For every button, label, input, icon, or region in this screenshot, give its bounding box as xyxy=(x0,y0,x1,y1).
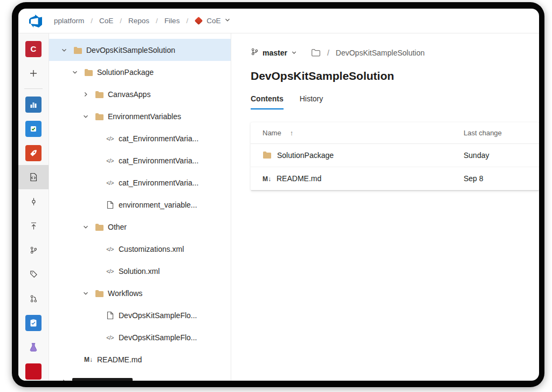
folder-icon xyxy=(71,46,85,54)
tree-item-label: cat_EnvironmentVaria... xyxy=(119,178,198,187)
chevron-down-icon xyxy=(291,49,297,57)
tree-item[interactable]: Other xyxy=(49,216,231,238)
rail-divider xyxy=(24,88,43,89)
tags-icon[interactable] xyxy=(18,262,49,286)
tree-item-label: CanvasApps xyxy=(108,90,150,99)
tree-item-label: README.md xyxy=(97,355,142,364)
code-file-icon: </> xyxy=(103,157,117,164)
file-name[interactable]: README.md xyxy=(277,174,321,183)
tree-item-label: Customizations.xml xyxy=(119,245,184,253)
repo-path-bar: master / DevOpsKitSampleSolution xyxy=(251,47,539,58)
chevron-right-icon[interactable] xyxy=(79,91,92,98)
tree-item-label: EnvironmentVariables xyxy=(108,112,181,121)
tree-item-label: Workflows xyxy=(108,289,142,298)
code-file-icon: </> xyxy=(103,135,117,142)
pushes-icon[interactable] xyxy=(18,214,49,238)
tab-contents[interactable]: Contents xyxy=(251,94,284,109)
code-file-icon: </> xyxy=(103,268,117,274)
chevron-down-icon xyxy=(224,17,231,25)
tree-item-label: cat_EnvironmentVaria... xyxy=(119,134,198,143)
window-frame: pplatform/CoE/Repos/Files/CoE C DevOpsKi… xyxy=(12,2,544,387)
tree-item[interactable]: </>cat_EnvironmentVaria... xyxy=(49,171,231,194)
tree-item[interactable]: EnvironmentVariables xyxy=(49,105,231,127)
code-file-icon: </> xyxy=(103,334,117,341)
breadcrumb-item-repos[interactable]: Repos xyxy=(128,16,149,26)
tab-history[interactable]: History xyxy=(300,94,323,109)
chevron-down-icon[interactable] xyxy=(79,113,92,120)
main-content: master / DevOpsKitSampleSolution DevOpsK… xyxy=(231,33,539,381)
table-header-row: Name↑ Last change xyxy=(251,122,539,144)
last-change-value: Sep 8 xyxy=(464,174,539,183)
tree-item-label: DevOpsKitSampleFlo... xyxy=(119,333,197,342)
tree-item[interactable]: Workflows xyxy=(49,282,231,304)
column-header-last-change[interactable]: Last change xyxy=(464,129,539,137)
chevron-down-icon[interactable] xyxy=(58,47,71,53)
tree-item[interactable]: SolutionPackage xyxy=(49,61,231,83)
branch-selector[interactable]: master xyxy=(251,47,297,58)
folder-icon xyxy=(92,113,106,120)
tree-item[interactable]: </>Customizations.xml xyxy=(49,238,231,260)
folder-icon xyxy=(263,151,272,160)
tree-item-label: Other xyxy=(108,223,127,231)
folder-icon xyxy=(92,91,106,98)
folder-icon xyxy=(92,223,106,231)
last-change-value: Sunday xyxy=(464,151,539,160)
table-body: SolutionPackageSundayM↓README.mdSep 8 xyxy=(251,144,539,190)
overview-icon[interactable] xyxy=(18,92,49,116)
repos-files-icon[interactable] xyxy=(18,165,49,189)
tree-item[interactable]: </>DevOpsKitSampleFlo... xyxy=(49,326,231,348)
left-rail: C xyxy=(18,33,49,381)
tree-item[interactable]: </>Solution.xml xyxy=(49,260,231,282)
breadcrumb: pplatform/CoE/Repos/Files/CoE xyxy=(54,16,231,26)
azure-devops-logo[interactable] xyxy=(29,15,42,27)
file-name[interactable]: SolutionPackage xyxy=(277,151,334,160)
markdown-icon: M↓ xyxy=(81,356,95,363)
folder-icon xyxy=(92,290,106,297)
tree-item[interactable]: </>cat_EnvironmentVaria... xyxy=(49,149,231,171)
chevron-down-icon[interactable] xyxy=(79,290,92,297)
tree-item[interactable]: M↓README.md xyxy=(49,348,231,370)
table-row[interactable]: SolutionPackageSunday xyxy=(251,144,539,167)
body-row: C DevOpsKitSampleSolutionSolutionPackage… xyxy=(18,33,539,381)
tree-item[interactable]: CanvasApps xyxy=(49,83,231,105)
path-breadcrumb[interactable]: DevOpsKitSampleSolution xyxy=(336,49,425,57)
azure-devops-app: pplatform/CoE/Repos/Files/CoE C DevOpsKi… xyxy=(18,9,539,381)
repo-picker-label: CoE xyxy=(206,17,220,25)
clipped-label xyxy=(72,378,133,381)
markdown-icon: M↓ xyxy=(263,174,271,183)
tree-item-label: environment_variable... xyxy=(119,201,197,209)
file-tree-panel: DevOpsKitSampleSolutionSolutionPackageCa… xyxy=(49,33,231,381)
breadcrumb-separator: / xyxy=(156,17,158,25)
chevron-down-icon[interactable] xyxy=(79,224,92,230)
breadcrumb-item-pplatform[interactable]: pplatform xyxy=(54,16,84,26)
contents-table: Name↑ Last change SolutionPackageSundayM… xyxy=(251,122,539,190)
tree-item-label: cat_EnvironmentVaria... xyxy=(119,156,198,165)
commits-icon[interactable] xyxy=(18,189,49,214)
pipelines-icon[interactable] xyxy=(18,141,49,165)
folder-icon xyxy=(81,68,95,76)
table-row[interactable]: M↓README.mdSep 8 xyxy=(251,167,539,190)
add-icon[interactable] xyxy=(18,61,49,85)
breadcrumb-item-coe[interactable]: CoE xyxy=(99,16,113,26)
repo-picker[interactable]: CoE xyxy=(195,17,231,25)
tree-item[interactable]: </>cat_EnvironmentVaria... xyxy=(49,127,231,149)
tree-item[interactable]: DevOpsKitSampleFlo... xyxy=(49,304,231,326)
breadcrumb-item-files[interactable]: Files xyxy=(164,16,180,26)
boards-icon[interactable] xyxy=(18,116,49,141)
bottom-red-tile-icon[interactable] xyxy=(18,359,49,381)
top-header: pplatform/CoE/Repos/Files/CoE xyxy=(18,9,539,33)
clipped-tree-item[interactable] xyxy=(49,370,231,381)
tree-item[interactable]: DevOpsKitSampleSolution xyxy=(49,39,231,61)
chevron-down-icon[interactable] xyxy=(68,69,81,75)
tree-item[interactable]: environment_variable... xyxy=(49,194,231,216)
pull-requests-icon[interactable] xyxy=(18,286,49,311)
project-avatar[interactable]: C xyxy=(18,37,49,61)
column-header-name[interactable]: Name↑ xyxy=(251,129,464,137)
artifacts-icon[interactable] xyxy=(18,335,49,359)
branch-name: master xyxy=(263,49,287,57)
folder-outline-icon xyxy=(311,49,321,57)
coe-repo-icon xyxy=(195,17,203,25)
test-plans-icon[interactable] xyxy=(18,311,49,335)
branches-icon[interactable] xyxy=(18,238,49,262)
chevron-right-icon[interactable] xyxy=(58,379,71,381)
